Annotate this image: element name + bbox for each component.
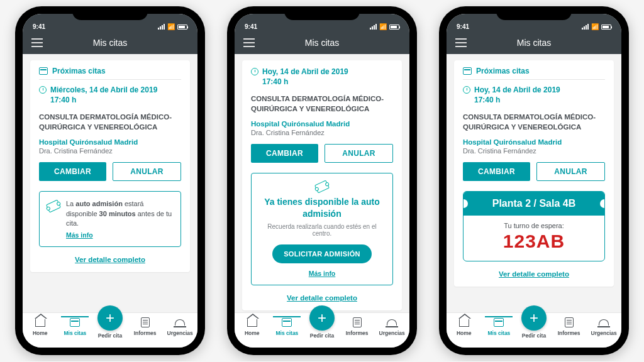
- request-admission-button[interactable]: SOLICITAR ADMISIÓN: [272, 244, 372, 263]
- phone-notch: [72, 6, 148, 20]
- nav-home[interactable]: Home: [23, 317, 58, 336]
- more-info-link[interactable]: Más info: [66, 231, 93, 239]
- header-title: Mis citas: [235, 38, 409, 48]
- appointment-hospital: Hospital Quirónsalud Madrid: [251, 120, 393, 128]
- nav-emergency[interactable]: Urgencias: [586, 317, 621, 336]
- view-detail-link[interactable]: Ver detalle completo: [39, 256, 181, 263]
- nav-appointments[interactable]: Mis citas: [270, 317, 305, 336]
- header-title: Mis citas: [447, 38, 621, 48]
- phone-screen: 9:41 📶 Mis citas Próximas citas: [447, 14, 621, 348]
- appointment-doctor: Dra. Cristina Fernández: [39, 147, 181, 155]
- phone-frame: 9:41 📶 Mis citas Próximas citas: [439, 6, 629, 355]
- nav-reports[interactable]: Informes: [340, 317, 375, 336]
- content-area: Próximas citas Hoy, 14 de Abril de 2019 …: [447, 54, 621, 312]
- ticket-icon: [314, 180, 330, 194]
- phone-notch: [284, 6, 360, 20]
- view-detail-link[interactable]: Ver detalle completo: [251, 294, 393, 302]
- siren-icon: [599, 319, 609, 326]
- add-fab-icon: +: [521, 305, 547, 331]
- change-button[interactable]: CAMBIAR: [39, 162, 106, 181]
- app-header: Mis citas: [23, 31, 197, 54]
- nav-appointments[interactable]: Mis citas: [58, 317, 93, 336]
- document-icon: [353, 317, 362, 327]
- status-time: 9:41: [245, 23, 257, 30]
- bottom-nav: Home Mis citas +Pedir cita Informes Urge…: [23, 312, 197, 348]
- appointment-date: Hoy, 14 de Abril de 2019: [262, 67, 348, 77]
- clock-icon: [251, 68, 258, 75]
- divider: [463, 79, 605, 80]
- section-title: Próximas citas: [476, 67, 530, 75]
- appointment-subject: CONSULTA DERMATOLOGÍA MÉDICO-QUIRÚRGICA …: [251, 94, 393, 114]
- appointment-time: 17:40 h: [50, 95, 157, 105]
- cancel-button[interactable]: ANULAR: [113, 162, 181, 181]
- auto-admission-available: Ya tienes disponible la autoadmisión Rec…: [251, 173, 393, 285]
- appointment-datetime: Hoy, 14 de Abril de 2019 17:40 h: [251, 67, 393, 87]
- section-header: Próximas citas: [463, 67, 605, 75]
- bottom-nav: Home Mis citas +Pedir cita Informes Urge…: [235, 312, 409, 348]
- add-fab-icon: +: [97, 305, 123, 331]
- appointment-datetime: Miércoles, 14 de Abril de 2019 17:40 h: [39, 85, 181, 105]
- more-info-link[interactable]: Más info: [259, 270, 385, 277]
- change-button[interactable]: CAMBIAR: [251, 144, 318, 163]
- signal-icon: [582, 24, 589, 30]
- status-time: 9:41: [457, 23, 469, 30]
- available-title: Ya tienes disponible la autoadmisión: [259, 196, 385, 219]
- document-icon: [141, 317, 150, 327]
- view-detail-link[interactable]: Ver detalle completo: [463, 270, 605, 278]
- battery-icon: [389, 25, 399, 30]
- appointment-datetime: Hoy, 14 de Abril de 2019 17:40 h: [463, 85, 605, 105]
- nav-home[interactable]: Home: [235, 317, 270, 336]
- home-icon: [459, 318, 469, 327]
- appointment-subject: CONSULTA DERMATOLOGÍA MÉDICO-QUIRÚRGICA …: [463, 112, 605, 132]
- calendar-icon: [463, 67, 472, 75]
- nav-reports[interactable]: Informes: [552, 317, 587, 336]
- turn-location: Planta 2 / Sala 4B: [464, 192, 604, 216]
- appointment-card: Próximas citas Miércoles, 14 de Abril de…: [30, 60, 190, 272]
- siren-icon: [175, 319, 185, 326]
- nav-emergency[interactable]: Urgencias: [162, 317, 197, 336]
- home-icon: [247, 318, 257, 327]
- add-fab-icon: +: [309, 305, 335, 331]
- auto-admission-text: La auto admisión estará disponible 30 mi…: [66, 199, 173, 228]
- phone-screen: 9:41 📶 Mis citas Próximas citas: [23, 14, 197, 348]
- ticket-icon: [46, 200, 61, 213]
- calendar-nav-icon: [494, 318, 504, 327]
- cancel-button[interactable]: ANULAR: [536, 162, 605, 181]
- signal-icon: [370, 24, 377, 30]
- appointment-date: Hoy, 14 de Abril de 2019: [474, 85, 560, 95]
- appointment-subject: CONSULTA DERMATOLOGÍA MÉDICO-QUIRÚRGICA …: [39, 112, 181, 132]
- appointment-hospital: Hospital Quirónsalud Madrid: [463, 138, 605, 146]
- document-icon: [565, 317, 574, 327]
- appointment-time: 17:40 h: [474, 95, 560, 105]
- battery-icon: [177, 25, 187, 30]
- turn-info: Planta 2 / Sala 4B Tu turno de espera: 1…: [463, 191, 605, 261]
- app-header: Mis citas: [235, 31, 409, 54]
- nav-request[interactable]: +Pedir cita: [92, 317, 128, 339]
- appointment-card: Hoy, 14 de Abril de 2019 17:40 h CONSULT…: [242, 60, 402, 310]
- appointment-time: 17:40 h: [262, 77, 348, 87]
- change-button[interactable]: CAMBIAR: [463, 162, 530, 181]
- calendar-nav-icon: [70, 318, 80, 327]
- turn-code: 123AB: [466, 231, 602, 252]
- appointment-card: Próximas citas Hoy, 14 de Abril de 2019 …: [454, 60, 614, 287]
- nav-request[interactable]: +Pedir cita: [516, 317, 552, 339]
- appointment-doctor: Dra. Cristina Fernández: [463, 147, 605, 155]
- nav-reports[interactable]: Informes: [128, 317, 163, 336]
- bottom-nav: Home Mis citas +Pedir cita Informes Urge…: [447, 312, 621, 348]
- available-subtitle: Recuerda realizarla cuando estés en el c…: [259, 223, 385, 237]
- clock-icon: [39, 86, 47, 94]
- clock-icon: [463, 86, 470, 94]
- section-title: Próximas citas: [52, 67, 106, 75]
- battery-icon: [601, 25, 611, 30]
- nav-appointments[interactable]: Mis citas: [482, 317, 517, 336]
- nav-home[interactable]: Home: [447, 317, 482, 336]
- header-title: Mis citas: [23, 38, 197, 48]
- calendar-nav-icon: [282, 318, 292, 327]
- section-header: Próximas citas: [39, 67, 181, 75]
- cancel-button[interactable]: ANULAR: [325, 144, 393, 163]
- nav-request[interactable]: +Pedir cita: [304, 317, 340, 339]
- turn-label: Tu turno de espera:: [466, 222, 602, 229]
- content-area: Hoy, 14 de Abril de 2019 17:40 h CONSULT…: [235, 54, 409, 312]
- signal-icon: [158, 24, 165, 30]
- nav-emergency[interactable]: Urgencias: [374, 317, 409, 336]
